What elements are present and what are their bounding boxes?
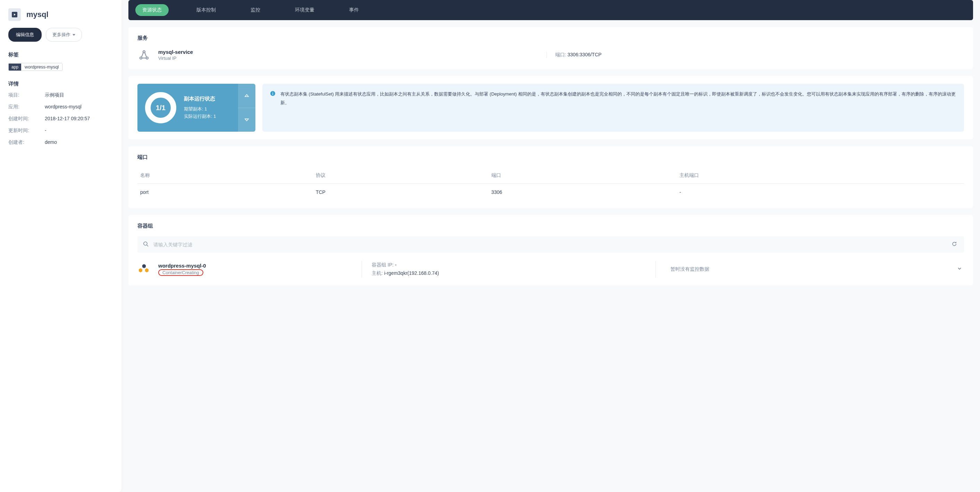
refresh-button[interactable] bbox=[950, 240, 958, 249]
detail-label-project: 项目: bbox=[8, 92, 45, 98]
port-card-title: 端口 bbox=[137, 154, 964, 161]
port-cell-port: 3306 bbox=[488, 184, 677, 201]
replica-running-value: 1 bbox=[213, 113, 216, 119]
info-icon bbox=[270, 91, 275, 125]
pod-host-value: i-rgem3qkr(192.168.0.74) bbox=[384, 270, 439, 276]
pod-monitor-message: 暂时没有监控数据 bbox=[670, 266, 709, 272]
port-table-row: port TCP 3306 - bbox=[137, 184, 964, 201]
svg-marker-12 bbox=[145, 268, 148, 272]
svg-marker-11 bbox=[139, 268, 142, 272]
svg-point-7 bbox=[272, 92, 273, 93]
statefulset-info-panel: 有状态副本集 (StatefulSet) 用来描述有状态应用，比如副本之间有主从… bbox=[262, 84, 964, 132]
port-th-port: 端口 bbox=[488, 168, 677, 184]
pod-name: wordpress-mysql-0 bbox=[158, 263, 354, 268]
pod-status-badge: ContainerCreating bbox=[158, 269, 204, 276]
tab-events[interactable]: 事件 bbox=[342, 4, 366, 16]
pod-expand-button[interactable] bbox=[955, 264, 964, 274]
caret-down-icon bbox=[73, 34, 75, 36]
port-th-protocol: 协议 bbox=[313, 168, 488, 184]
service-port-label: 端口: bbox=[555, 52, 566, 58]
tab-monitor[interactable]: 监控 bbox=[243, 4, 267, 16]
service-type: Virtual IP bbox=[158, 56, 193, 61]
replica-running-label: 实际运行副本: bbox=[184, 113, 213, 119]
pod-icon bbox=[137, 263, 151, 276]
more-actions-button[interactable]: 更多操作 bbox=[46, 28, 82, 42]
replica-status-card: 1/1 副本运行状态 期望副本: 1 实际运行副本: 1 bbox=[137, 84, 255, 132]
svg-line-9 bbox=[147, 245, 148, 246]
search-icon bbox=[143, 241, 148, 248]
tags-section-label: 标签 bbox=[8, 51, 113, 58]
replica-scale-up-button[interactable] bbox=[238, 84, 255, 108]
service-port-value: 3306:3306/TCP bbox=[567, 52, 601, 58]
details-section-label: 详情 bbox=[8, 81, 113, 87]
replica-desired-label: 期望副本: bbox=[184, 106, 204, 112]
pod-ip-value: - bbox=[395, 262, 397, 268]
port-table-header-row: 名称 协议 端口 主机端口 bbox=[137, 168, 964, 184]
port-cell-hostport: - bbox=[677, 184, 964, 201]
service-name[interactable]: mysql-service bbox=[158, 49, 193, 55]
service-card-title: 服务 bbox=[137, 35, 964, 42]
pod-ip-label: 容器组 IP: bbox=[372, 262, 395, 268]
pod-host-label: 主机: bbox=[372, 270, 384, 276]
edit-info-button[interactable]: 编辑信息 bbox=[8, 28, 41, 42]
pods-card-title: 容器组 bbox=[137, 223, 964, 229]
replica-donut: 1/1 bbox=[145, 92, 176, 123]
app-icon bbox=[8, 8, 21, 21]
tag-key: app bbox=[9, 64, 21, 70]
tab-env[interactable]: 环境变量 bbox=[288, 4, 321, 16]
pod-row[interactable]: wordpress-mysql-0 ContainerCreating 容器组 … bbox=[137, 261, 964, 278]
tabs-bar: 资源状态 版本控制 监控 环境变量 事件 bbox=[129, 0, 973, 20]
detail-value-app: wordpress-mysql bbox=[45, 104, 81, 110]
tag-value: wordpress-mysql bbox=[21, 63, 62, 70]
detail-value-created: 2018-12-17 09:20:57 bbox=[45, 116, 90, 122]
replica-scale-down-button[interactable] bbox=[238, 108, 255, 132]
svg-marker-10 bbox=[142, 264, 146, 268]
detail-value-updated: - bbox=[45, 128, 46, 134]
pod-search-input[interactable] bbox=[153, 242, 950, 248]
detail-label-created: 创建时间: bbox=[8, 116, 45, 122]
tab-version[interactable]: 版本控制 bbox=[189, 4, 223, 16]
replica-status-title: 副本运行状态 bbox=[184, 96, 216, 102]
tag-badge: app wordpress-mysql bbox=[8, 63, 62, 71]
more-actions-label: 更多操作 bbox=[52, 32, 70, 38]
svg-point-4 bbox=[146, 57, 148, 59]
tab-status[interactable]: 资源状态 bbox=[135, 4, 169, 16]
replica-desired-value: 1 bbox=[204, 106, 207, 112]
detail-label-app: 应用: bbox=[8, 104, 45, 110]
detail-label-creator: 创建者: bbox=[8, 139, 45, 145]
port-cell-name: port bbox=[137, 184, 313, 201]
port-cell-protocol: TCP bbox=[313, 184, 488, 201]
service-icon bbox=[137, 48, 151, 62]
port-th-name: 名称 bbox=[137, 168, 313, 184]
statefulset-info-text: 有状态副本集 (StatefulSet) 用来描述有状态应用，比如副本之间有主从… bbox=[280, 90, 956, 125]
detail-value-project: 示例项目 bbox=[45, 92, 64, 98]
port-th-hostport: 主机端口 bbox=[677, 168, 964, 184]
detail-value-creator: demo bbox=[45, 139, 57, 145]
svg-point-3 bbox=[140, 57, 142, 59]
replica-ratio: 1/1 bbox=[156, 104, 165, 112]
svg-point-8 bbox=[144, 242, 147, 245]
detail-label-updated: 更新时间: bbox=[8, 128, 45, 134]
app-title: mysql bbox=[26, 10, 49, 19]
svg-rect-6 bbox=[272, 93, 273, 95]
